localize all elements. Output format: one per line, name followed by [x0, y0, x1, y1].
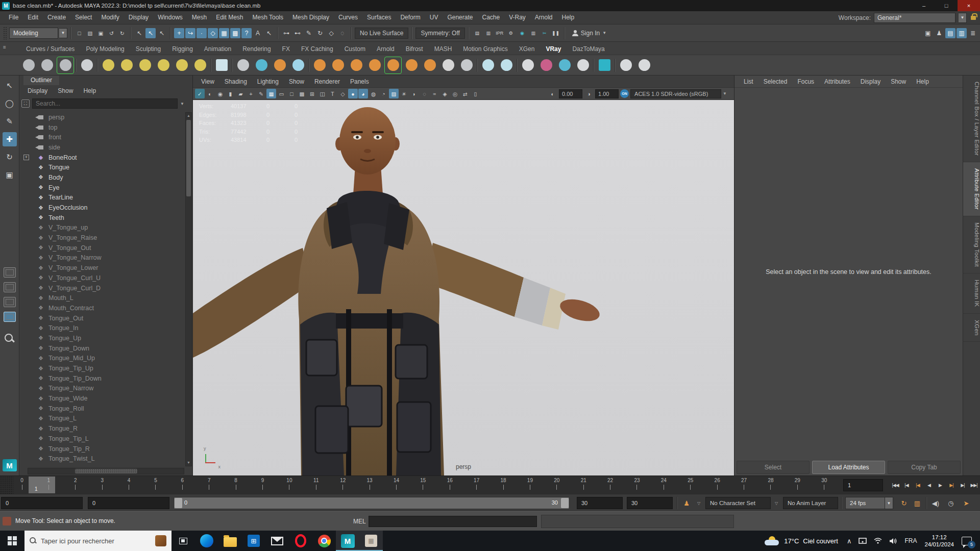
vray-logo-icon[interactable] [636, 57, 652, 73]
mel-toggle-button[interactable]: MEL [350, 516, 369, 527]
shelf-tab[interactable]: FX [277, 43, 296, 55]
outliner-item[interactable]: + ◆❖ Tongue_Narrow [20, 384, 184, 394]
rotate-tool-icon[interactable]: ↻ [3, 150, 17, 164]
menu-item[interactable]: Generate [443, 11, 477, 24]
start-button[interactable] [0, 531, 24, 551]
frame-tick[interactable]: 19 [525, 478, 534, 494]
scrollbar-thumb[interactable] [75, 469, 137, 473]
sidebar-tab[interactable]: XGen [963, 314, 980, 342]
gamma-field[interactable]: 1.00 [595, 89, 619, 98]
vp-safe-action-icon[interactable]: ◫ [317, 89, 327, 98]
animation-start-field[interactable]: 0 [1, 497, 83, 509]
open-scene-icon[interactable]: ▧ [85, 28, 95, 38]
vp-camera-attributes-icon[interactable]: ◉ [215, 89, 225, 98]
current-frame-field[interactable]: 1 [843, 479, 883, 491]
taskbar-app-extra[interactable]: ▦ [359, 531, 383, 551]
tray-chevron-up-icon[interactable]: ∧ [843, 531, 855, 551]
vp-lights-icon[interactable]: ☀ [399, 89, 409, 98]
frame-tick[interactable]: 8 [231, 478, 240, 494]
vray-rt-render-icon[interactable] [57, 57, 74, 73]
outliner-item[interactable]: + ◆❖ persp [20, 112, 184, 122]
vp-motion-blur-icon[interactable]: ≈ [430, 89, 439, 98]
vp-grid-icon[interactable]: ▦ [266, 89, 276, 98]
colorspace-dropdown[interactable]: ACES 1.0 SDR-video (sRGB) [630, 89, 721, 98]
outliner-item[interactable]: + ◆❖ V_Tongue_Curl_U [20, 273, 184, 283]
fps-dropdown-arrow-icon[interactable]: ▼ [885, 497, 893, 509]
select-by-component-icon[interactable]: ↖ [157, 28, 167, 38]
outliner-item[interactable]: + ◆❖ Tongue_L [20, 414, 184, 424]
menu-set-dropdown-arrow-icon[interactable]: ▼ [59, 28, 67, 38]
attribute-editor-button[interactable]: Load Attributes [812, 461, 885, 474]
outliner-item[interactable]: + ◆❖ V_Tongue_Curl_D [20, 283, 184, 293]
frame-tick[interactable]: 1 [44, 478, 53, 494]
vray-dots-icon[interactable] [556, 57, 573, 73]
outliner-item[interactable]: + ◆❖ Tongue_R [20, 423, 184, 434]
vray-sun-light-icon[interactable] [192, 57, 208, 73]
vp-shaded-icon[interactable]: ● [348, 89, 358, 98]
taskbar-weather[interactable]: 17°C Ciel couvert [760, 536, 843, 545]
outliner-menu-item[interactable]: Display [22, 86, 53, 95]
character-set-icon[interactable]: ♟ [681, 497, 692, 509]
menu-set-dropdown[interactable]: Modeling [9, 28, 58, 39]
vray-render-icon[interactable] [39, 57, 55, 73]
viewport-menu-item[interactable]: Renderer [309, 77, 345, 86]
step-back-frame-button[interactable]: |◀ [901, 479, 912, 492]
frame-tick[interactable]: 14 [391, 478, 401, 494]
frame-tick[interactable]: 21 [579, 478, 588, 494]
frame-tick[interactable]: 30 [820, 478, 829, 494]
mel-command-input[interactable] [369, 516, 537, 527]
shelf-tab[interactable]: XGen [513, 43, 541, 55]
character-model[interactable] [193, 100, 734, 475]
outliner-filter-icon[interactable]: ⛶ [21, 99, 30, 108]
taskbar-app-store[interactable]: ⊞ [242, 531, 265, 551]
vray-material-cone-icon[interactable] [480, 57, 496, 73]
symmetry-field[interactable]: Symmetry: Off [415, 28, 464, 39]
outliner-tab[interactable]: Outliner [23, 76, 59, 86]
menu-item[interactable]: Create [43, 11, 70, 24]
shelf-tab[interactable]: VRay [540, 43, 567, 55]
snap-to-curve-icon[interactable]: ↪ [185, 28, 195, 38]
character-set-arrow-icon[interactable]: ▽ [697, 501, 700, 506]
vp-wireframe-icon[interactable]: ◇ [338, 89, 348, 98]
humanik-toggle-icon[interactable]: ♟ [934, 28, 944, 38]
layout-pane-plus-button[interactable] [4, 297, 16, 307]
frame-tick[interactable]: 7 [205, 478, 214, 494]
vp-resolution-gate-icon[interactable]: □ [287, 89, 297, 98]
cut-render-icon[interactable]: ✂ [540, 28, 550, 38]
anim-layer-arrow-icon[interactable]: ▽ [775, 501, 778, 506]
frame-tick[interactable]: 24 [659, 478, 668, 494]
vray-object-settings-icon[interactable] [458, 57, 475, 73]
attribute-editor-menu-item[interactable]: Show [886, 77, 911, 86]
range-end-handle[interactable] [561, 498, 569, 508]
outliner-item[interactable]: + ◆❖ Tongue_Tip_L [20, 434, 184, 444]
attribute-editor-button[interactable]: Select [737, 461, 810, 474]
attribute-editor-menu-item[interactable]: Focus [792, 77, 819, 86]
channel-box-toggle-icon[interactable]: ▤ [945, 28, 955, 38]
outliner-item[interactable]: + ◆❖ side [20, 142, 184, 153]
maximize-button[interactable]: □ [935, 0, 958, 11]
vray-sky-icon[interactable] [213, 57, 230, 73]
menu-item[interactable]: Mesh Display [288, 11, 334, 24]
go-to-end-button[interactable]: ▶▶| [969, 479, 979, 492]
playback-start-field[interactable]: 0 [88, 497, 169, 509]
vp-selected-camera-icon[interactable]: ✓ [195, 89, 205, 98]
playback-end-field[interactable]: 30 [577, 497, 623, 509]
frame-tick[interactable]: 23 [632, 478, 642, 494]
frame-tick[interactable]: 5 [151, 478, 160, 494]
vp-field-chart-icon[interactable]: ⊞ [307, 89, 317, 98]
outliner-item[interactable]: + ◆❖ Tongue_Roll [20, 404, 184, 414]
attribute-editor-menu-item[interactable]: List [739, 77, 758, 86]
volume-icon[interactable] [886, 531, 901, 551]
outliner-item[interactable]: + ◆❖ Mouth_L [20, 293, 184, 303]
frame-tick[interactable]: 0 [17, 478, 27, 494]
save-scene-icon[interactable]: ▣ [96, 28, 106, 38]
vray-spline-icon[interactable] [440, 57, 456, 73]
vp-occlusion-icon[interactable]: ◌ [420, 89, 429, 98]
undo-icon[interactable]: ↺ [107, 28, 116, 38]
range-slider-track[interactable]: 0 30 [174, 497, 570, 509]
snap-to-projected-center-icon[interactable]: ◇ [208, 28, 218, 38]
frame-tick[interactable]: 3 [97, 478, 107, 494]
render-view-icon[interactable]: ▤ [472, 28, 482, 38]
taskbar-app-explorer[interactable] [218, 531, 242, 551]
outliner-item[interactable]: + ◆❖ V_Tongue_Lower [20, 263, 184, 273]
